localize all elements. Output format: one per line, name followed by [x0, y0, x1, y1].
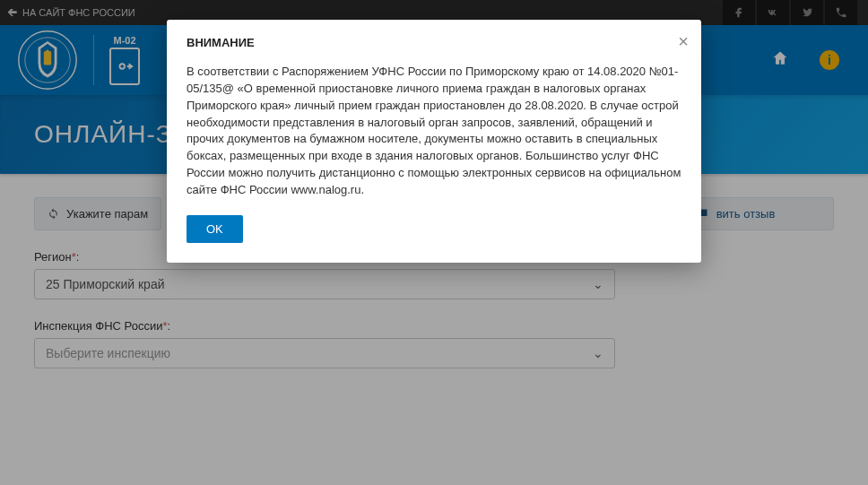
modal-close-button[interactable]: × — [678, 32, 689, 50]
modal-ok-button[interactable]: OK — [187, 215, 243, 243]
modal-body: В соответствии с Распоряжением УФНС Росс… — [187, 64, 681, 199]
modal-title: ВНИМАНИЕ — [187, 36, 681, 49]
modal-overlay[interactable]: × ВНИМАНИЕ В соответствии с Распоряжение… — [0, 0, 868, 485]
attention-modal: × ВНИМАНИЕ В соответствии с Распоряжение… — [167, 20, 701, 263]
